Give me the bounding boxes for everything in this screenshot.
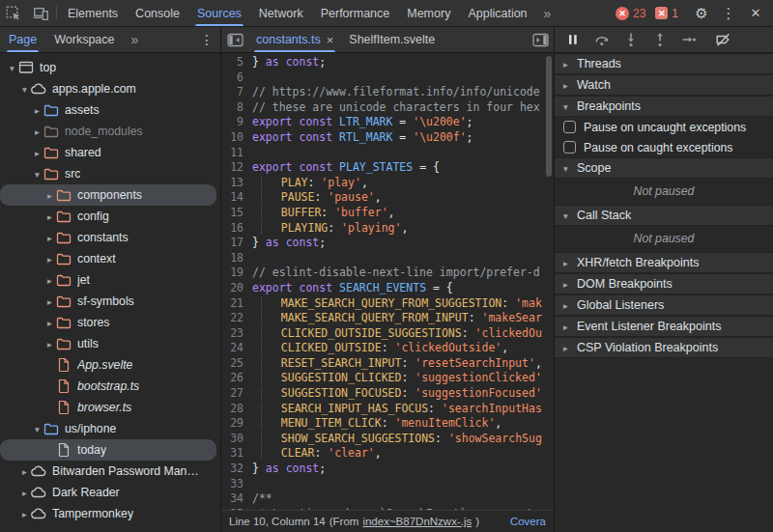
tree-item-bootstrap-ts[interactable]: bootstrap.ts: [0, 376, 216, 397]
code-line-6[interactable]: 6: [221, 70, 554, 86]
line-number[interactable]: 18: [221, 251, 252, 266]
code-line-14[interactable]: 14 PAUSE: 'pause',: [221, 190, 554, 206]
tree-item-today[interactable]: today: [0, 439, 216, 461]
close-devtools-button[interactable]: ✕: [742, 6, 769, 20]
inspect-element-button[interactable]: [0, 0, 27, 26]
tree-item-node-modules[interactable]: ▸ node_modules: [0, 121, 216, 142]
code-line-26[interactable]: 26 SUGGESTION_CLICKED: 'suggestionClicke…: [221, 371, 554, 386]
line-number[interactable]: 34: [221, 491, 252, 507]
tree-item-stores[interactable]: ▸ stores: [0, 312, 216, 333]
settings-button[interactable]: ⚙: [688, 5, 715, 22]
section-threads[interactable]: ▸ Threads: [555, 53, 773, 74]
section-scope[interactable]: ▾ Scope: [555, 157, 773, 179]
section-breakpoints[interactable]: ▾ Breakpoints: [555, 96, 773, 117]
checkbox-icon[interactable]: [563, 141, 576, 154]
line-number[interactable]: 27: [221, 386, 252, 402]
checkbox-pause-on-uncaught-exceptions[interactable]: Pause on uncaught exceptions: [555, 117, 773, 137]
chevron-down-icon[interactable]: ▾: [6, 63, 18, 73]
code-line-16[interactable]: 16 PLAYING: 'playing',: [221, 221, 554, 237]
line-number[interactable]: 32: [221, 462, 252, 477]
line-number[interactable]: 25: [221, 356, 252, 372]
chevron-right-icon[interactable]: ▸: [18, 466, 31, 477]
code-line-10[interactable]: 10 export const RTL_MARK = '\u200f';: [221, 130, 554, 146]
code-line-12[interactable]: 12 export const PLAY_STATES = {: [221, 160, 554, 176]
chevron-right-icon[interactable]: ▸: [43, 211, 56, 222]
editor-tab-shelfitem-svelte[interactable]: ShelfItem.svelte: [341, 27, 443, 52]
line-number[interactable]: 9: [221, 115, 252, 130]
line-number[interactable]: 23: [221, 326, 252, 342]
tree-item-utils[interactable]: ▸ utils: [0, 333, 216, 354]
issue-counter[interactable]: ✕ 1: [655, 7, 678, 20]
tab-performance[interactable]: Performance: [312, 0, 399, 26]
sidebar-tab-workspace[interactable]: Workspace: [45, 27, 123, 52]
scrollbar-thumb[interactable]: [546, 56, 552, 177]
editor-scrollbar[interactable]: [546, 56, 552, 507]
line-number[interactable]: 31: [221, 446, 252, 462]
code-line-31[interactable]: 31 CLEAR: 'clear',: [221, 446, 554, 462]
line-number[interactable]: 7: [221, 85, 252, 100]
line-number[interactable]: 20: [221, 281, 252, 296]
close-tab-icon[interactable]: ×: [327, 33, 334, 47]
tree-item-top[interactable]: ▾ top: [0, 57, 216, 78]
chevron-down-icon[interactable]: ▾: [31, 424, 43, 434]
code-line-27[interactable]: 27 SUGGESTION_FOCUSED: 'suggestionFocuse…: [221, 386, 554, 402]
line-number[interactable]: 11: [221, 146, 252, 161]
section-global-listeners[interactable]: ▸ Global Listeners: [555, 294, 773, 316]
tab-sources[interactable]: Sources: [188, 0, 250, 26]
code-line-21[interactable]: 21 MAKE_SEARCH_QUERY_FROM_SUGGESTION: 'm…: [221, 296, 554, 312]
sidebar-tab-page[interactable]: Page: [0, 27, 45, 52]
checkbox-pause-on-caught-exceptions[interactable]: Pause on caught exceptions: [555, 137, 773, 157]
line-number[interactable]: 10: [221, 130, 252, 146]
editor-tab-constants-ts[interactable]: constants.ts ×: [248, 27, 341, 52]
code-line-25[interactable]: 25 RESET_SEARCH_INPUT: 'resetSearchInput…: [221, 356, 554, 372]
code-line-11[interactable]: 11: [221, 146, 554, 161]
device-toolbar-button[interactable]: [27, 0, 54, 26]
chevron-right-icon[interactable]: ▸: [18, 509, 31, 519]
tree-item-src[interactable]: ▾ src: [0, 163, 216, 184]
section-event-listener-breakpoints[interactable]: ▸ Event Listener Breakpoints: [555, 316, 773, 337]
code-line-5[interactable]: 5 } as const;: [221, 55, 554, 70]
tree-item-app-svelte[interactable]: App.svelte: [0, 354, 216, 376]
code-line-9[interactable]: 9 export const LTR_MARK = '\u200e';: [221, 115, 554, 130]
error-counter[interactable]: ✕ 23: [616, 7, 645, 20]
code-line-30[interactable]: 30 SHOW_SEARCH_SUGGESTIONS: 'showSearchS…: [221, 432, 554, 447]
code-line-29[interactable]: 29 MENU_ITEM_CLICK: 'menuItemClick',: [221, 416, 554, 432]
chevron-right-icon[interactable]: ▸: [18, 488, 31, 498]
more-tabs-button[interactable]: »: [536, 0, 559, 26]
line-number[interactable]: 21: [221, 296, 252, 312]
tree-item-sf-symbols[interactable]: ▸ sf-symbols: [0, 291, 216, 312]
section-call-stack[interactable]: ▾ Call Stack: [555, 205, 773, 226]
checkbox-icon[interactable]: [563, 121, 576, 133]
tree-item-dark-reader[interactable]: ▸ Dark Reader: [0, 482, 216, 503]
tree-item-context[interactable]: ▸ context: [0, 248, 216, 269]
tree-item-shared[interactable]: ▸ shared: [0, 142, 216, 163]
code-line-33[interactable]: 33: [221, 477, 554, 492]
chevron-right-icon[interactable]: ▸: [31, 126, 43, 137]
section-watch[interactable]: ▸ Watch: [555, 74, 773, 96]
chevron-right-icon[interactable]: ▸: [43, 296, 56, 307]
tree-item-components[interactable]: ▸ components: [0, 184, 216, 206]
step-into-button[interactable]: [616, 27, 645, 52]
tab-elements[interactable]: Elements: [59, 0, 127, 26]
tree-item-apps-apple-com[interactable]: ▾ apps.apple.com: [0, 78, 216, 99]
sidebar-more-tabs-button[interactable]: »: [124, 27, 147, 52]
sidebar-menu-button[interactable]: ⋮: [193, 27, 220, 52]
toggle-debugger-sidebar-button[interactable]: [527, 27, 554, 52]
tree-item-bitwarden-password-man[interactable]: ▸ Bitwarden Password Man…: [0, 461, 216, 482]
step-out-button[interactable]: [645, 27, 674, 52]
chevron-right-icon[interactable]: ▸: [43, 233, 56, 243]
chevron-right-icon[interactable]: ▸: [43, 190, 56, 201]
step-over-button[interactable]: [587, 27, 616, 52]
code-line-19[interactable]: 19 // eslint-disable-next-line import/pr…: [221, 266, 554, 281]
line-number[interactable]: 26: [221, 371, 252, 386]
code-line-28[interactable]: 28 SEARCH_INPUT_HAS_FOCUS: 'searchInputH…: [221, 402, 554, 417]
chevron-right-icon[interactable]: ▸: [43, 254, 56, 265]
code-line-8[interactable]: 8 // these are unicode characters in fou…: [221, 100, 554, 116]
section-xhr-fetch-breakpoints[interactable]: ▸ XHR/fetch Breakpoints: [555, 252, 773, 273]
tree-item-tampermonkey[interactable]: ▸ Tampermonkey: [0, 503, 216, 524]
chevron-right-icon[interactable]: ▸: [31, 105, 43, 116]
tree-item-assets[interactable]: ▸ assets: [0, 99, 216, 121]
line-number[interactable]: 24: [221, 341, 252, 356]
pause-button[interactable]: [558, 27, 587, 52]
code-editor[interactable]: 5 } as const; 6 7 // https://www.filefor…: [221, 53, 554, 510]
